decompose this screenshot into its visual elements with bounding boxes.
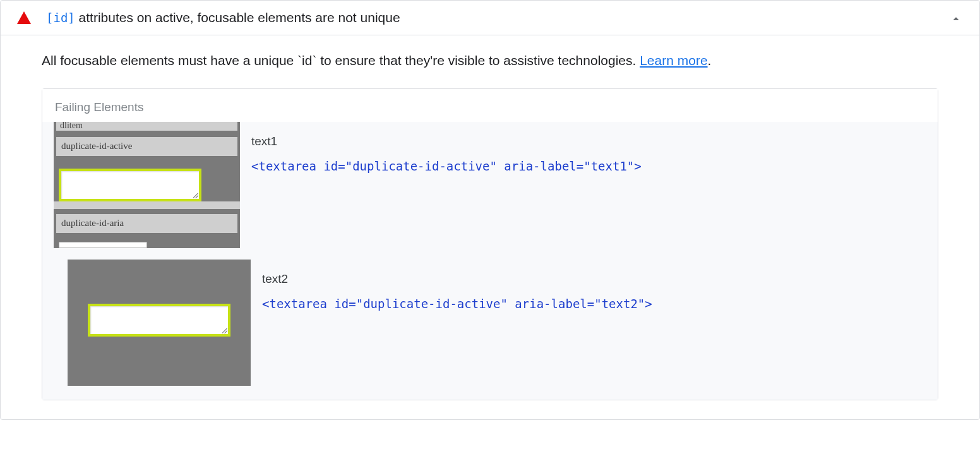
- element-label: text1: [251, 134, 938, 148]
- element-label: text2: [262, 272, 938, 286]
- failing-element-row: dlitem duplicate-id-active duplicate-id-…: [42, 122, 938, 260]
- thumbnail-overlay: dlitem duplicate-id-active duplicate-id-…: [54, 122, 240, 248]
- element-thumbnail[interactable]: dlitem duplicate-id-active duplicate-id-…: [54, 122, 240, 248]
- audit-description: All focusable elements must have a uniqu…: [42, 51, 938, 71]
- thumb-row: dlitem: [56, 122, 237, 131]
- thumb-divider: [54, 201, 240, 209]
- element-code-snippet[interactable]: <textarea id="duplicate-id-active" aria-…: [251, 157, 938, 176]
- failing-elements-body: dlitem duplicate-id-active duplicate-id-…: [42, 122, 938, 400]
- audit-header[interactable]: [id] attributes on active, focusable ele…: [1, 1, 979, 35]
- error-triangle-icon: [17, 11, 31, 24]
- audit-title-text: attributes on active, focusable elements…: [75, 10, 400, 25]
- audit-body: All focusable elements must have a uniqu…: [1, 35, 979, 419]
- thumb-row: duplicate-id-aria: [56, 214, 237, 233]
- description-period: .: [708, 53, 712, 68]
- element-thumbnail[interactable]: [68, 260, 251, 386]
- audit-item: [id] attributes on active, focusable ele…: [0, 0, 980, 420]
- thumbnail-overlay: [68, 260, 251, 386]
- thumb-highlighted-textarea: [59, 169, 201, 201]
- failing-elements-panel: Failing Elements dlitem duplicate-id-act…: [42, 88, 938, 400]
- audit-title-code: [id]: [46, 11, 75, 25]
- failing-element-details: text2 <textarea id="duplicate-id-active"…: [262, 260, 938, 313]
- thumb-row: duplicate-id-active: [56, 137, 237, 156]
- audit-title: [id] attributes on active, focusable ele…: [46, 10, 949, 25]
- learn-more-link[interactable]: Learn more: [640, 53, 707, 68]
- thumb-partial-box: [59, 242, 147, 248]
- thumb-highlighted-textarea: [88, 304, 230, 337]
- failing-element-row: text2 <textarea id="duplicate-id-active"…: [42, 260, 938, 400]
- description-text: All focusable elements must have a uniqu…: [42, 53, 640, 68]
- chevron-up-icon[interactable]: [949, 9, 963, 26]
- failing-elements-heading: Failing Elements: [42, 89, 938, 122]
- failing-element-details: text1 <textarea id="duplicate-id-active"…: [251, 122, 938, 176]
- element-code-snippet[interactable]: <textarea id="duplicate-id-active" aria-…: [262, 295, 938, 313]
